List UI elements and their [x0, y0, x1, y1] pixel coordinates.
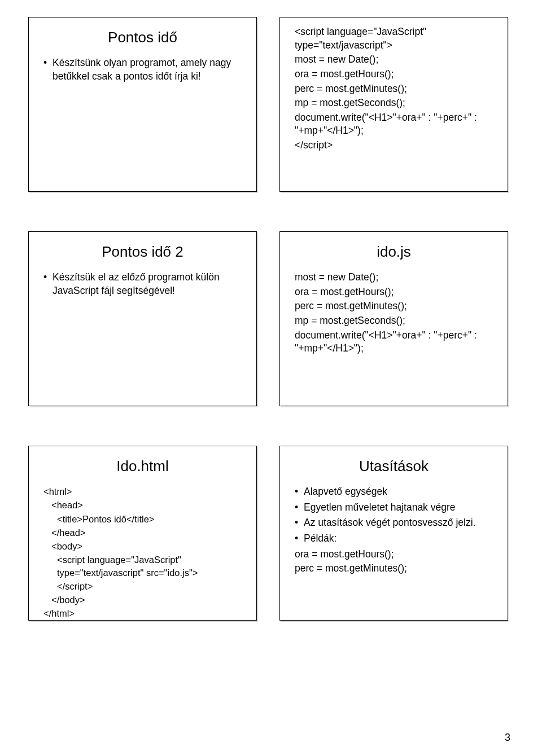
- bullet-item: Az utasítások végét pontosvessző jelzi.: [295, 516, 496, 530]
- slide-title: Pontos idő 2: [40, 243, 245, 261]
- code-line: <head>: [43, 499, 245, 511]
- bullet-item: Egyetlen műveletet hajtanak végre: [295, 501, 496, 515]
- code-line: most = new Date();: [295, 53, 496, 67]
- code-block: <script language="JavaScript" type="text…: [295, 25, 496, 152]
- slide-title: Ido.html: [40, 458, 245, 475]
- slide-ido-js: ido.js most = new Date(); ora = most.get…: [279, 231, 508, 406]
- code-line: </body>: [43, 594, 245, 606]
- bullet-item: Készítsünk olyan programot, amely nagy b…: [43, 56, 245, 83]
- slide-pontos-ido: Pontos idő Készítsünk olyan programot, a…: [28, 17, 257, 192]
- code-line: mp = most.getSeconds();: [295, 314, 496, 328]
- bullet-item: Példák:: [295, 532, 496, 546]
- slide-script-code: <script language="JavaScript" type="text…: [279, 17, 508, 192]
- code-line: </script>: [43, 580, 245, 592]
- code-block: <html> <head> <title>Pontos idő</title> …: [43, 485, 245, 620]
- page-number: 3: [505, 732, 510, 744]
- slide-utasitasok: Utasítások Alapvető egységek Egyetlen mű…: [279, 446, 508, 621]
- code-line: document.write("<H1>"+ora+" : "+perc+" :…: [295, 111, 496, 138]
- slide-ido-html: Ido.html <html> <head> <title>Pontos idő…: [28, 446, 257, 621]
- code-line: <html>: [43, 485, 245, 498]
- bullet-item: Készítsük el az előző programot külön Ja…: [43, 271, 245, 297]
- code-line: </html>: [43, 607, 245, 619]
- slide-title: Utasítások: [291, 458, 496, 475]
- code-line: document.write("<H1>"+ora+" : "+perc+" :…: [295, 329, 496, 355]
- code-line: perc = most.getMinutes();: [295, 300, 496, 313]
- code-line: <body>: [43, 540, 245, 552]
- code-line: ora = most.getHours();: [295, 285, 496, 299]
- bullet-list: Készítsünk olyan programot, amely nagy b…: [43, 56, 245, 83]
- bullet-list: Alapvető egységek Egyetlen műveletet haj…: [295, 485, 496, 546]
- code-block: ora = most.getHours(); perc = most.getMi…: [295, 548, 496, 575]
- code-line: mp = most.getSeconds();: [295, 96, 496, 110]
- code-line: <script language="JavaScript" type="text…: [43, 553, 245, 579]
- code-block: most = new Date(); ora = most.getHours()…: [295, 271, 496, 355]
- bullet-item: Alapvető egységek: [295, 485, 496, 499]
- code-line: most = new Date();: [295, 271, 496, 284]
- slide-pontos-ido-2: Pontos idő 2 Készítsük el az előző progr…: [28, 231, 257, 406]
- code-line: ora = most.getHours();: [295, 68, 496, 81]
- slide-title: Pontos idő: [40, 29, 245, 46]
- slide-title: ido.js: [291, 243, 496, 261]
- code-line: <script language="JavaScript" type="text…: [295, 25, 496, 52]
- code-line: ora = most.getHours();: [295, 548, 496, 561]
- bullet-list: Készítsük el az előző programot külön Ja…: [43, 271, 245, 297]
- code-line: perc = most.getMinutes();: [295, 82, 496, 96]
- code-line: </head>: [43, 526, 245, 539]
- code-line: perc = most.getMinutes();: [295, 562, 496, 575]
- code-line: <title>Pontos idő</title>: [43, 513, 245, 525]
- code-line: </script>: [295, 139, 496, 152]
